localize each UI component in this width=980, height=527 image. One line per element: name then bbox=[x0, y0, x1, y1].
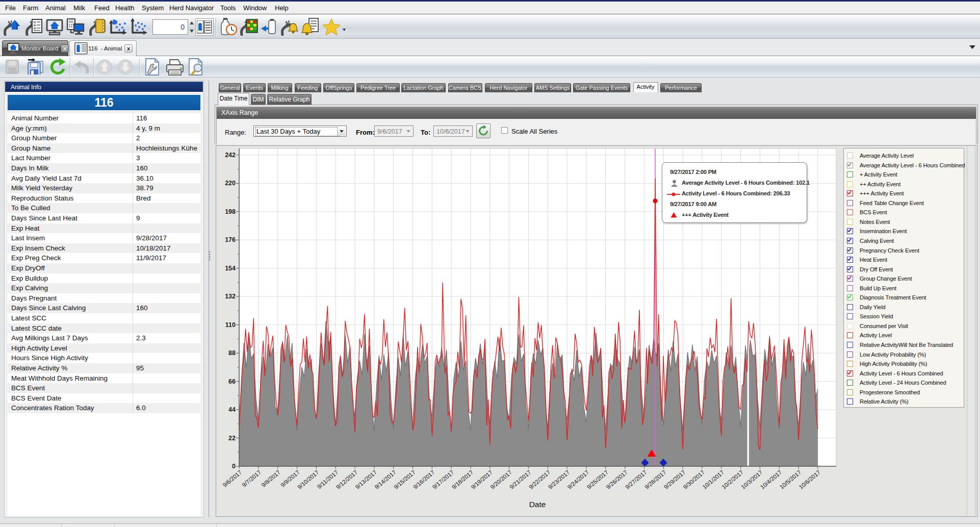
svg-text:220: 220 bbox=[225, 180, 236, 187]
svg-text:154: 154 bbox=[225, 265, 236, 272]
svg-text:198: 198 bbox=[225, 208, 236, 215]
svg-text:Date: Date bbox=[529, 500, 546, 509]
svg-text:132: 132 bbox=[225, 293, 236, 300]
svg-text:242: 242 bbox=[225, 152, 236, 159]
svg-text:176: 176 bbox=[225, 236, 236, 243]
svg-text:0: 0 bbox=[232, 463, 236, 470]
svg-text:110: 110 bbox=[225, 321, 236, 329]
svg-text:22: 22 bbox=[228, 435, 236, 442]
svg-text:88: 88 bbox=[228, 349, 236, 357]
svg-text:44: 44 bbox=[228, 406, 236, 413]
svg-text:66: 66 bbox=[228, 378, 236, 385]
